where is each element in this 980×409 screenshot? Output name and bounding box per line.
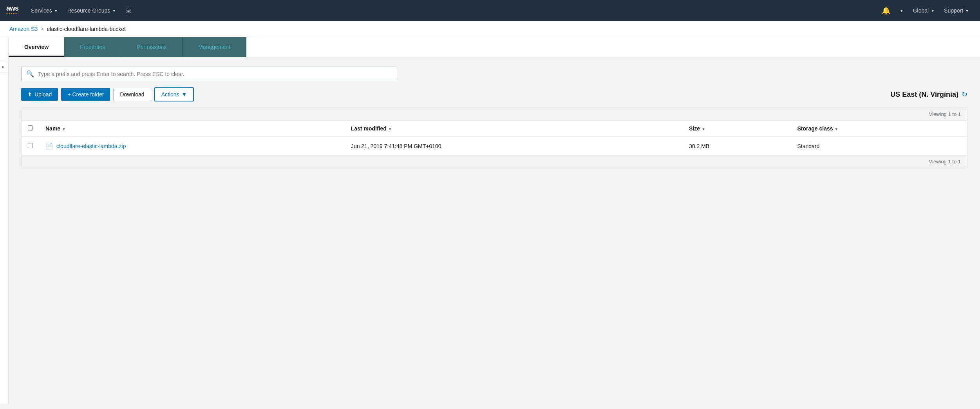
pin-nav-item[interactable]: ☠ [121, 6, 136, 15]
create-folder-button[interactable]: + Create folder [61, 88, 110, 101]
aws-smile-icon: ~~~~~ [6, 12, 18, 16]
table-info-top: Viewing 1 to 1 [22, 108, 967, 121]
search-bar: 🔍 [21, 67, 397, 81]
services-chevron-icon: ▼ [54, 9, 58, 13]
region-chevron-icon: ▼ [900, 9, 904, 13]
tab-management[interactable]: Management [183, 37, 246, 57]
support-chevron-icon: ▼ [965, 9, 969, 13]
breadcrumb-separator: > [41, 26, 43, 32]
table-header-row: Name ▼ Last modified ▼ Size ▼ [22, 121, 967, 137]
download-button[interactable]: Download [113, 88, 151, 101]
actions-button[interactable]: Actions ▼ [154, 87, 194, 101]
files-table: Name ▼ Last modified ▼ Size ▼ [22, 121, 967, 155]
resource-groups-nav-item[interactable]: Resource Groups ▼ [63, 0, 121, 21]
main-layout: ► Overview Properties Permissions Manage… [0, 37, 980, 404]
upload-button[interactable]: ⬆ Upload [21, 88, 58, 101]
services-nav-item[interactable]: Services ▼ [26, 0, 63, 21]
select-all-checkbox[interactable] [28, 125, 33, 130]
file-name[interactable]: cloudflare-elastic-lambda.zip [56, 143, 126, 149]
files-table-container: Viewing 1 to 1 Name ▼ [21, 108, 967, 168]
toolbar: ⬆ Upload + Create folder Download Action… [21, 87, 967, 101]
content-area: Overview Properties Permissions Manageme… [9, 37, 980, 404]
name-column-header[interactable]: Name ▼ [39, 121, 345, 137]
row-name-cell: 📄 cloudflare-elastic-lambda.zip [39, 137, 345, 156]
bell-icon[interactable]: 🔔 [877, 6, 895, 15]
search-input[interactable] [38, 71, 392, 77]
row-last-modified-cell: Jun 21, 2019 7:41:48 PM GMT+0100 [345, 137, 683, 156]
last-modified-sort-icon: ▼ [388, 127, 392, 131]
storage-class-column-header[interactable]: Storage class ▼ [791, 121, 967, 137]
tab-properties[interactable]: Properties [64, 37, 121, 57]
global-nav-item[interactable]: Global ▼ [908, 0, 939, 21]
search-icon: 🔍 [26, 70, 34, 78]
file-zip-icon: 📄 [45, 142, 53, 150]
name-sort-icon: ▼ [62, 127, 66, 131]
support-nav-item[interactable]: Support ▼ [939, 0, 974, 21]
row-checkbox-cell [22, 137, 39, 156]
size-column-header[interactable]: Size ▼ [683, 121, 791, 137]
tabs-container: Overview Properties Permissions Manageme… [9, 37, 980, 57]
side-toggle-button[interactable]: ► [0, 61, 7, 72]
table-row: 📄 cloudflare-elastic-lambda.zip Jun 21, … [22, 137, 967, 156]
breadcrumb-current: elastic-cloudflare-lambda-bucket [47, 26, 126, 32]
aws-logo[interactable]: aws ~~~~~ [6, 4, 18, 17]
global-chevron-icon: ▼ [931, 9, 935, 13]
row-size-cell: 30.2 MB [683, 137, 791, 156]
tab-overview[interactable]: Overview [9, 37, 64, 57]
file-link[interactable]: 📄 cloudflare-elastic-lambda.zip [45, 142, 338, 150]
upload-icon: ⬆ [27, 91, 32, 98]
breadcrumb-parent-link[interactable]: Amazon S3 [9, 26, 38, 32]
row-storage-class-cell: Standard [791, 137, 967, 156]
side-toggle[interactable]: ► [0, 37, 9, 404]
main-content: 🔍 ⬆ Upload + Create folder Download Acti… [9, 57, 980, 404]
aws-logo-text: aws [6, 4, 18, 12]
breadcrumb: Amazon S3 > elastic-cloudflare-lambda-bu… [0, 21, 980, 37]
row-checkbox-0[interactable] [28, 143, 33, 148]
size-sort-icon: ▼ [702, 127, 705, 131]
resource-groups-chevron-icon: ▼ [112, 9, 116, 13]
top-nav: aws ~~~~~ Services ▼ Resource Groups ▼ ☠… [0, 0, 980, 21]
table-info-bottom: Viewing 1 to 1 [22, 155, 967, 168]
actions-chevron-icon: ▼ [182, 91, 187, 98]
region-label: US East (N. Virginia) [890, 90, 958, 99]
tab-permissions[interactable]: Permissions [121, 37, 183, 57]
storage-class-sort-icon: ▼ [834, 127, 838, 131]
last-modified-column-header[interactable]: Last modified ▼ [345, 121, 683, 137]
refresh-button[interactable]: ↻ [962, 90, 967, 99]
select-all-header [22, 121, 39, 137]
region-nav-item[interactable]: ▼ [895, 0, 908, 21]
